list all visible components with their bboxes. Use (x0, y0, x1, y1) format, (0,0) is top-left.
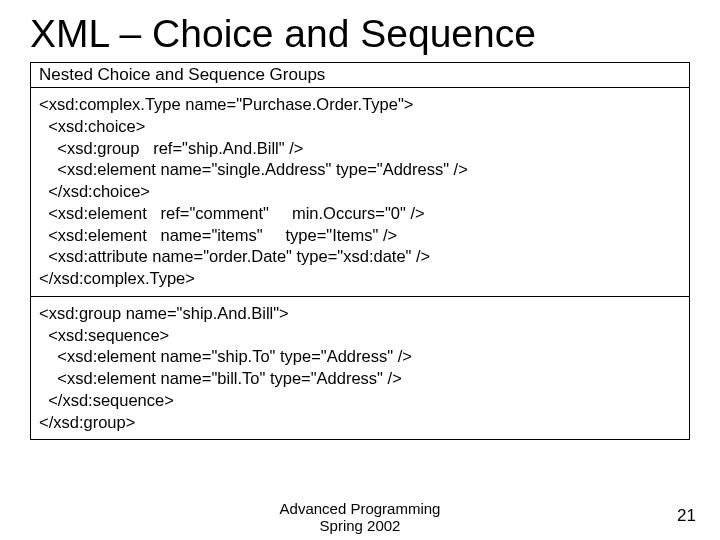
slide-title: XML – Choice and Sequence (0, 0, 720, 60)
code-box-1: <xsd:complex.Type name="Purchase.Order.T… (30, 88, 690, 297)
subtitle-box: Nested Choice and Sequence Groups (30, 62, 690, 88)
footer-line-1: Advanced Programming (0, 500, 720, 517)
slide: XML – Choice and Sequence Nested Choice … (0, 0, 720, 540)
footer: Advanced Programming Spring 2002 (0, 500, 720, 535)
footer-line-2: Spring 2002 (0, 517, 720, 534)
subtitle-text: Nested Choice and Sequence Groups (39, 65, 325, 84)
page-number: 21 (677, 506, 696, 526)
code-box-2: <xsd:group name="ship.And.Bill"> <xsd:se… (30, 297, 690, 441)
